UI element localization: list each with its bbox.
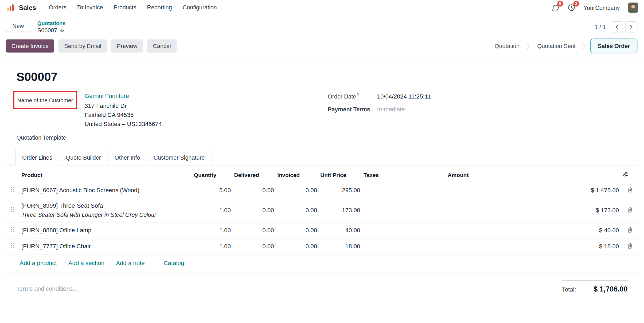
cell-unit-price[interactable]: 40.00: [319, 222, 362, 238]
cell-invoiced[interactable]: 0.00: [276, 182, 319, 198]
delete-line-button[interactable]: [627, 206, 632, 212]
order-line-row[interactable]: [FURN_6667] Acoustic Bloc Screens (Wood)…: [5, 182, 639, 198]
app-window: Sales Orders To Invoice Products Reporti…: [0, 0, 644, 323]
product-description: Three Seater Sofa with Lounger in Steel …: [21, 211, 191, 218]
cell-unit-price[interactable]: 173.00: [319, 198, 362, 222]
terms-and-conditions-input[interactable]: Terms and conditions...: [17, 280, 78, 292]
activities-badge: 2: [573, 1, 579, 7]
cell-product[interactable]: [FURN_8888] Office Lamp: [20, 222, 192, 238]
order-date-label: Order Date?: [328, 92, 377, 100]
delete-line-button[interactable]: [627, 186, 632, 192]
breadcrumb-quotations-link[interactable]: Quotations: [37, 20, 65, 26]
drag-handle-icon[interactable]: [11, 243, 14, 249]
top-navbar: Sales Orders To Invoice Products Reporti…: [0, 0, 644, 15]
drag-handle-icon[interactable]: [11, 227, 14, 233]
customer-label-highlight: Name of the Customer: [13, 91, 77, 109]
drag-handle-icon[interactable]: [11, 206, 14, 212]
col-invoiced[interactable]: Invoiced: [276, 168, 319, 182]
control-panel: New Quotations S00007 ⚙ 1 / 1: [0, 15, 644, 36]
menu-to-invoice[interactable]: To Invoice: [72, 0, 108, 15]
order-date-value[interactable]: 10/04/2024 11:25:11: [377, 93, 431, 100]
actions-gear-icon[interactable]: ⚙: [60, 27, 64, 33]
cell-taxes[interactable]: [362, 238, 446, 254]
order-line-row[interactable]: [FURN_8999] Three-Seat Sofa Three Seater…: [5, 198, 639, 222]
cell-taxes[interactable]: [362, 198, 446, 222]
cell-quantity[interactable]: 1.00: [192, 198, 233, 222]
chevron-right-icon: [526, 39, 530, 53]
chevron-right-icon: [583, 39, 586, 53]
cell-taxes[interactable]: [362, 222, 446, 238]
send-by-email-button[interactable]: Send by Email: [58, 40, 107, 53]
tab-quote-builder[interactable]: Quote Builder: [59, 150, 108, 165]
total-value: $ 1,706.00: [594, 285, 627, 293]
status-step-quotation-sent[interactable]: Quotation Sent: [530, 39, 583, 53]
breadcrumb-current: S00007 ⚙: [37, 27, 65, 34]
optional-columns-icon[interactable]: [622, 171, 629, 177]
payment-terms-value[interactable]: Immediate: [377, 106, 405, 112]
add-note-link[interactable]: Add a note: [116, 260, 145, 266]
menu-orders[interactable]: Orders: [44, 0, 72, 15]
customer-name-link[interactable]: Gemini Furniture: [85, 93, 129, 100]
cancel-button[interactable]: Cancel: [147, 40, 177, 53]
new-button[interactable]: New: [6, 20, 30, 32]
cell-taxes[interactable]: [362, 182, 446, 198]
order-line-row[interactable]: [FURN_8888] Office Lamp 1.00 0.00 0.00 4…: [5, 222, 639, 238]
cell-product[interactable]: [FURN_8999] Three-Seat Sofa Three Seater…: [20, 198, 192, 222]
tab-order-lines[interactable]: Order Lines: [15, 150, 59, 165]
catalog-link[interactable]: Catalog: [163, 260, 184, 266]
status-step-sales-order[interactable]: Sales Order: [590, 39, 637, 53]
cell-delivered[interactable]: 0.00: [232, 238, 275, 254]
add-section-link[interactable]: Add a section: [68, 260, 104, 266]
cell-quantity[interactable]: 1.00: [192, 238, 233, 254]
delete-line-button[interactable]: [627, 243, 632, 249]
cell-quantity[interactable]: 1.00: [192, 222, 233, 238]
create-invoice-button[interactable]: Create Invoice: [6, 40, 54, 53]
menu-reporting[interactable]: Reporting: [142, 0, 177, 15]
cell-quantity[interactable]: 5.00: [192, 182, 233, 198]
delete-line-button[interactable]: [627, 227, 632, 233]
app-name[interactable]: Sales: [19, 4, 36, 11]
col-product[interactable]: Product: [20, 168, 192, 182]
menu-products[interactable]: Products: [108, 0, 142, 15]
sales-app-icon[interactable]: [6, 3, 15, 12]
cell-product[interactable]: [FURN_6667] Acoustic Bloc Screens (Wood): [20, 182, 192, 198]
activities-button[interactable]: 2: [568, 4, 575, 11]
pager-previous-button[interactable]: [611, 21, 623, 33]
preview-button[interactable]: Preview: [111, 40, 143, 53]
cell-invoiced[interactable]: 0.00: [276, 222, 319, 238]
col-amount[interactable]: Amount: [446, 168, 620, 182]
notebook-tabs: Order Lines Quote Builder Other Info Cus…: [5, 150, 639, 165]
document-title: S00007: [17, 69, 628, 84]
table-footer-links: Add a product Add a section Add a note C…: [5, 254, 639, 273]
add-product-link[interactable]: Add a product: [20, 260, 57, 266]
user-avatar[interactable]: [628, 2, 638, 13]
cell-amount: $ 40.00: [446, 222, 620, 238]
product-name: [FURN_8999] Three-Seat Sofa: [21, 202, 191, 209]
company-switcher[interactable]: YourCompany: [584, 4, 620, 11]
cell-delivered[interactable]: 0.00: [232, 182, 275, 198]
statusbar: Quotation Quotation Sent Sales Order: [488, 39, 638, 53]
form-fields: Name of the Customer Gemini Furniture 31…: [17, 89, 628, 129]
pager-count: 1 / 1: [595, 23, 606, 30]
cell-delivered[interactable]: 0.00: [232, 222, 275, 238]
col-quantity[interactable]: Quantity: [192, 168, 233, 182]
col-unit-price[interactable]: Unit Price: [319, 168, 362, 182]
help-icon[interactable]: ?: [357, 92, 359, 97]
status-step-quotation[interactable]: Quotation: [488, 39, 527, 53]
col-taxes[interactable]: Taxes: [362, 168, 446, 182]
cell-invoiced[interactable]: 0.00: [276, 198, 319, 222]
cell-unit-price[interactable]: 18.00: [319, 238, 362, 254]
pager-next-button[interactable]: [625, 21, 637, 33]
cell-unit-price[interactable]: 295.00: [319, 182, 362, 198]
cell-delivered[interactable]: 0.00: [232, 198, 275, 222]
messages-button[interactable]: 6: [552, 4, 559, 11]
payment-terms-label: Payment Terms: [328, 106, 377, 112]
cell-product[interactable]: [FURN_7777] Office Chair: [20, 238, 192, 254]
cell-invoiced[interactable]: 0.00: [276, 238, 319, 254]
menu-configuration[interactable]: Configuration: [177, 0, 222, 15]
col-delivered[interactable]: Delivered: [232, 168, 275, 182]
tab-customer-signature[interactable]: Customer Signature: [147, 150, 212, 165]
drag-handle-icon[interactable]: [11, 186, 14, 192]
tab-other-info[interactable]: Other Info: [107, 150, 147, 165]
order-line-row[interactable]: [FURN_7777] Office Chair 1.00 0.00 0.00 …: [5, 238, 639, 254]
